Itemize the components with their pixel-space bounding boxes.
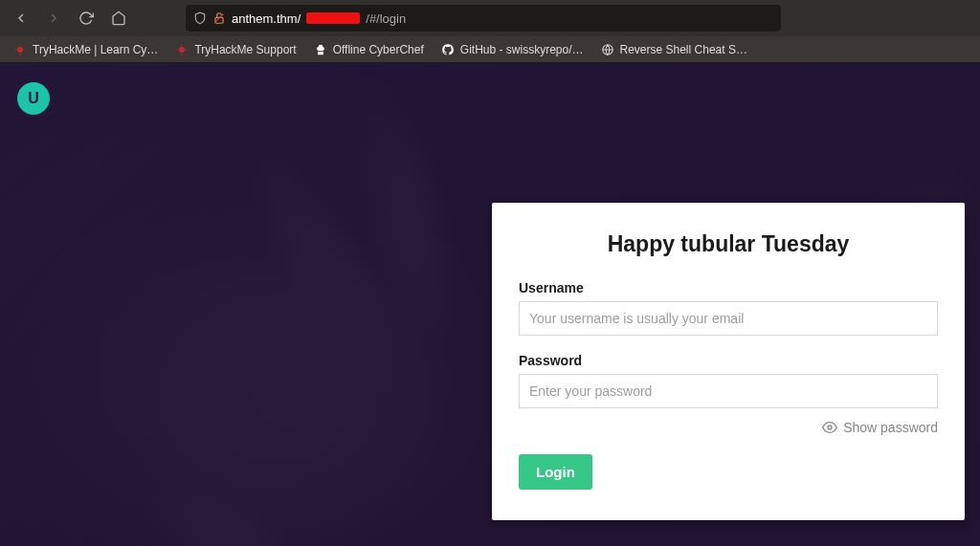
login-button[interactable]: Login	[519, 454, 592, 490]
forward-button[interactable]	[40, 5, 67, 32]
username-input[interactable]	[519, 301, 938, 336]
bookmark-label: Offline CyberChef	[333, 43, 424, 56]
bookmark-thm-learn[interactable]: TryHackMe | Learn Cy…	[6, 40, 166, 59]
address-path: /#/login	[366, 11, 406, 26]
chef-icon	[314, 43, 327, 56]
bookmark-label: TryHackMe Support	[194, 43, 296, 56]
bookmark-revshell[interactable]: Reverse Shell Cheat S…	[593, 40, 755, 59]
logo-circle-icon: U	[17, 82, 50, 115]
bookmark-label: TryHackMe | Learn Cy…	[33, 43, 158, 56]
thm-icon	[175, 43, 189, 56]
login-title: Happy tubular Tuesday	[519, 231, 938, 257]
home-button[interactable]	[105, 5, 132, 32]
password-input[interactable]	[519, 374, 938, 408]
eye-icon	[822, 420, 837, 435]
reload-icon	[78, 11, 94, 26]
browser-toolbar: anthem.thm/ /#/login	[0, 0, 980, 36]
page-content: U Happy tubular Tuesday Username Passwor…	[0, 63, 980, 546]
address-redacted	[306, 12, 360, 24]
svg-point-3	[179, 47, 185, 53]
bookmarks-bar: TryHackMe | Learn Cy… TryHackMe Support …	[0, 36, 980, 63]
bookmark-github-swissky[interactable]: GitHub - swisskyrepo/…	[434, 40, 591, 59]
bookmark-label: Reverse Shell Cheat S…	[620, 43, 747, 56]
back-button[interactable]	[8, 5, 34, 32]
back-arrow-icon	[13, 11, 29, 26]
lock-insecure-icon	[212, 11, 226, 25]
show-password-label: Show password	[843, 420, 938, 435]
show-password-toggle[interactable]: Show password	[519, 420, 938, 435]
svg-point-2	[17, 47, 23, 53]
bookmark-cyberchef[interactable]: Offline CyberChef	[306, 40, 432, 59]
github-icon	[441, 43, 455, 56]
reload-button[interactable]	[73, 5, 100, 32]
forward-arrow-icon	[46, 11, 61, 26]
bookmark-thm-support[interactable]: TryHackMe Support	[167, 40, 303, 59]
shield-icon	[193, 11, 207, 25]
login-card: Happy tubular Tuesday Username Password …	[492, 203, 965, 520]
home-icon	[111, 11, 126, 26]
globe-icon	[601, 43, 614, 56]
password-label: Password	[519, 353, 938, 368]
logo-letter: U	[28, 90, 39, 107]
svg-point-5	[828, 426, 832, 429]
thm-icon	[13, 43, 27, 56]
address-domain: anthem.thm/	[232, 11, 301, 26]
address-bar[interactable]: anthem.thm/ /#/login	[186, 5, 781, 32]
username-label: Username	[519, 280, 938, 295]
umbraco-logo[interactable]: U	[17, 82, 50, 115]
bookmark-label: GitHub - swisskyrepo/…	[460, 43, 584, 56]
